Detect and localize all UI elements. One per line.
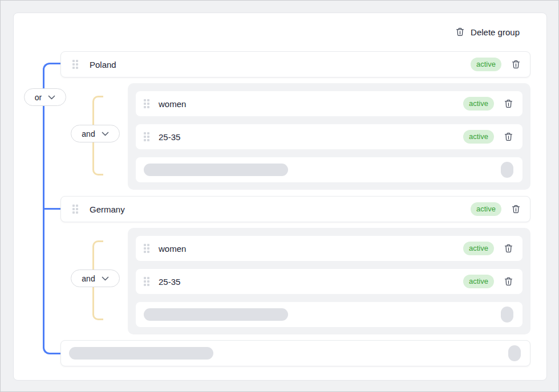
audience-filter-panel: Delete group or and and Poland active [13,13,547,381]
rule-row-women: women active [136,236,522,261]
delete-group-button[interactable]: Delete group [455,24,520,39]
skeleton-card [60,340,530,366]
rule-label: Poland [90,60,116,70]
rule-label: 25-35 [159,277,180,287]
trash-icon [511,204,521,214]
rule-card-germany: Germany active [60,196,530,222]
rule-row-25-35: 25-35 active [136,269,522,294]
delete-rule-button[interactable] [511,59,521,70]
rule-label: Germany [90,205,125,214]
root-operator-value: or [35,93,42,102]
rule-card-poland: Poland active [60,51,530,77]
rule-row-women: women active [136,91,522,116]
rule-label: women [159,99,186,109]
trash-icon [504,132,513,142]
group-operator-dropdown-germany[interactable]: and [71,270,120,287]
status-badge: active [463,130,494,144]
chevron-down-icon [102,276,109,281]
status-badge: active [463,275,494,288]
nested-group-poland: women active 25-35 active [128,83,530,190]
chevron-down-icon [102,132,109,136]
trash-icon [455,27,465,37]
delete-rule-button[interactable] [503,243,513,254]
drag-handle-icon[interactable] [72,205,78,214]
status-badge: active [463,242,494,255]
root-operator-dropdown[interactable]: or [24,88,66,106]
skeleton-row [136,157,522,182]
rule-label: women [159,244,186,254]
drag-handle-icon[interactable] [72,60,78,69]
group-operator-value: and [82,129,95,138]
skeleton-text-placeholder [69,347,213,360]
skeleton-action-placeholder [501,162,513,178]
group-operator-dropdown-poland[interactable]: and [71,125,120,142]
chevron-down-icon [48,95,55,100]
trash-icon [504,276,513,287]
skeleton-row [136,302,522,327]
rule-row-25-35: 25-35 active [136,124,522,149]
trash-icon [511,59,521,70]
skeleton-text-placeholder [144,308,288,321]
drag-handle-icon[interactable] [144,99,149,108]
skeleton-action-placeholder [508,345,521,361]
status-badge: active [463,97,494,111]
screen: Delete group or and and Poland active [0,0,559,392]
trash-icon [504,99,513,109]
delete-rule-button[interactable] [503,132,513,142]
trash-icon [504,243,513,254]
group-operator-value: and [82,274,95,283]
skeleton-text-placeholder [144,164,288,176]
rule-label: 25-35 [159,132,180,142]
or-connector-branch [44,208,60,210]
skeleton-action-placeholder [501,307,513,322]
status-badge: active [471,58,501,71]
delete-rule-button[interactable] [503,276,513,287]
drag-handle-icon[interactable] [144,244,149,253]
nested-group-germany: women active 25-35 active [128,228,530,334]
drag-handle-icon[interactable] [144,277,149,286]
delete-rule-button[interactable] [503,99,513,109]
delete-rule-button[interactable] [511,204,521,215]
status-badge: active [471,202,501,216]
drag-handle-icon[interactable] [144,132,149,141]
delete-group-label: Delete group [471,27,520,37]
